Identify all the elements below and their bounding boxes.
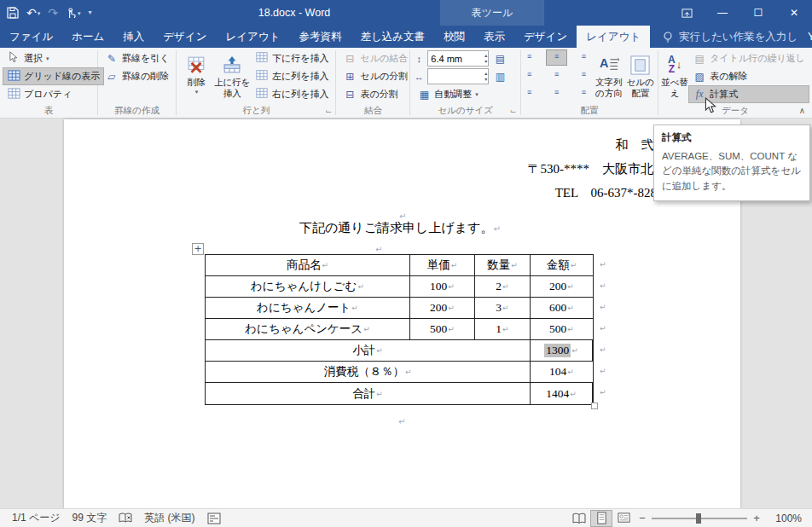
autofit-button[interactable]: ▦ 自動調整 ▾: [413, 85, 489, 103]
split-cells-button[interactable]: ⊞ セルの分割: [339, 67, 412, 85]
tab-tabletools-layout[interactable]: レイアウト: [577, 26, 650, 48]
zoom-level[interactable]: 100%: [764, 513, 802, 524]
empty-paragraph[interactable]: ↵: [398, 414, 405, 428]
distribute-rows-button[interactable]: ▤: [490, 49, 509, 67]
undo-button[interactable]: ↶▾: [26, 7, 40, 19]
align-bottom-left-button[interactable]: ≡: [524, 84, 545, 100]
split-table-button[interactable]: ⊟ 表の分割: [339, 85, 412, 103]
tab-insert[interactable]: 挿入: [113, 26, 154, 48]
user-account[interactable]: Yoshie Kohama: [798, 26, 812, 48]
dialog-launcher-icon[interactable]: ⌙: [508, 107, 518, 116]
distribute-columns-button[interactable]: ▥: [490, 67, 509, 85]
print-layout-button[interactable]: [590, 510, 612, 527]
insert-above-button[interactable]: 上に行を挿入: [213, 49, 251, 104]
zoom-out-button[interactable]: −: [635, 512, 650, 524]
text-direction-button[interactable]: 文字列の方向: [592, 49, 626, 104]
read-mode-button[interactable]: [568, 510, 590, 527]
tab-tabletools-design[interactable]: デザイン: [514, 26, 577, 48]
table-cell[interactable]: 500↵: [410, 319, 475, 340]
cell-margins-button[interactable]: セルの配置: [626, 49, 655, 104]
convert-to-text-button[interactable]: ▨ 表の解除: [688, 67, 809, 85]
table-header-cell[interactable]: 金額↵: [531, 255, 593, 276]
table-properties-button[interactable]: プロパティ: [3, 85, 104, 103]
tab-file[interactable]: ファイル: [0, 26, 62, 48]
tell-me-box[interactable]: 実行したい作業を入力し: [662, 26, 798, 48]
table-cell[interactable]: 200↵: [531, 276, 593, 298]
subtotal-label-cell[interactable]: 小計↵: [206, 340, 531, 362]
customize-qat-button[interactable]: ▾: [89, 9, 92, 16]
tax-value-cell[interactable]: 104↵: [531, 362, 593, 383]
tax-label-cell[interactable]: 消費税（８％）↵: [206, 362, 531, 383]
total-label-cell[interactable]: 合計↵: [206, 383, 531, 404]
tab-design[interactable]: デザイン: [154, 26, 216, 48]
view-gridlines-toggle[interactable]: グリッド線の表示: [3, 67, 104, 85]
table-cell[interactable]: 3↵: [475, 298, 531, 319]
align-center-left-button[interactable]: ≡: [524, 67, 545, 83]
table-cell[interactable]: わにちゃんペンケース↵: [206, 319, 410, 340]
invoice-table[interactable]: 商品名↵ 単価↵ 数量↵ 金額↵ わにちゃんけしごむ↵ 100↵ 2↵ 200↵…: [205, 254, 594, 405]
align-center-button[interactable]: ≡: [546, 67, 567, 83]
draw-table-button[interactable]: ✎ 罫線を引く: [101, 49, 174, 67]
web-layout-button[interactable]: [612, 510, 635, 527]
align-top-center-button[interactable]: ≡: [546, 49, 567, 66]
language-status[interactable]: 英語 (米国): [144, 511, 194, 525]
ime-status-icon[interactable]: [207, 513, 221, 524]
column-width-input[interactable]: ▴▾: [427, 68, 489, 84]
zoom-slider-handle[interactable]: [696, 513, 701, 524]
table-cell[interactable]: わにちゃんけしごむ↵: [206, 276, 410, 298]
proofing-status-icon[interactable]: [119, 513, 132, 524]
table-header-cell[interactable]: 数量↵: [475, 255, 531, 276]
subtotal-value-cell[interactable]: 1300↵: [531, 340, 593, 362]
touch-mode-button[interactable]: ▾: [66, 8, 81, 19]
tab-mailings[interactable]: 差し込み文書: [351, 26, 434, 48]
close-button[interactable]: ✕: [776, 0, 812, 26]
spinner-arrows[interactable]: ▴▾: [484, 69, 487, 84]
chevron-down-icon[interactable]: ▾: [78, 10, 81, 16]
insert-below-button[interactable]: 下に行を挿入: [251, 49, 334, 67]
save-button[interactable]: [7, 7, 19, 19]
delete-button[interactable]: 削除 ▾: [179, 49, 213, 104]
align-center-right-button[interactable]: ≡: [568, 67, 589, 83]
dialog-launcher-icon[interactable]: ⌙: [323, 107, 333, 116]
total-value-cell[interactable]: 1404↵: [531, 383, 593, 404]
table-cell[interactable]: わにちゃんノート↵: [206, 298, 410, 319]
insert-left-button[interactable]: 左に列を挿入: [251, 67, 334, 85]
page-number-status[interactable]: 1/1 ページ: [12, 511, 61, 525]
tab-home[interactable]: ホーム: [62, 26, 113, 48]
table-cell[interactable]: 600↵: [531, 298, 593, 319]
align-top-left-button[interactable]: ≡: [524, 49, 545, 66]
tab-layout[interactable]: レイアウト: [216, 26, 289, 48]
minimize-button[interactable]: —: [705, 0, 740, 26]
table-header-cell[interactable]: 単価↵: [410, 255, 475, 276]
tab-review[interactable]: 校閲: [434, 26, 474, 48]
table-cell[interactable]: 1↵: [475, 319, 531, 340]
align-top-right-button[interactable]: ≡: [568, 49, 589, 66]
table-header-cell[interactable]: 商品名↵: [206, 255, 410, 276]
tab-references[interactable]: 参考資料: [289, 26, 351, 48]
table-cell[interactable]: 2↵: [475, 276, 531, 298]
ribbon-display-options-button[interactable]: [669, 0, 705, 26]
spinner-arrows[interactable]: ▴▾: [484, 51, 487, 66]
maximize-button[interactable]: ☐: [740, 0, 776, 26]
zoom-slider[interactable]: [652, 518, 747, 519]
select-button[interactable]: 選択 ▾: [3, 49, 104, 67]
row-height-input[interactable]: 6.4 mm ▴▾: [427, 50, 489, 67]
word-count-status[interactable]: 99 文字: [72, 511, 107, 525]
greeting-line[interactable]: 下記の通りご請求申し上げます。↵: [299, 220, 501, 236]
chevron-down-icon[interactable]: ▾: [38, 10, 41, 16]
ribbon: 選択 ▾ グリッド線の表示 プロパティ 表 ✎ 罫線を引く: [0, 48, 812, 119]
sort-button[interactable]: AZ ↓ 並べ替え: [661, 49, 688, 104]
document-page[interactable]: 和 弐 株式会社↵ 〒530-**** 大阪市北区〇〇1-2-3↵ TEL 06…: [64, 119, 740, 508]
zoom-in-button[interactable]: +: [749, 512, 764, 524]
tab-view[interactable]: 表示: [474, 26, 514, 48]
align-bottom-right-button[interactable]: ≡: [568, 84, 589, 100]
insert-right-button[interactable]: 右に列を挿入: [251, 85, 334, 103]
eraser-button[interactable]: ▱ 罫線の削除: [101, 67, 174, 85]
table-move-handle[interactable]: +: [192, 243, 204, 255]
table-cell[interactable]: 100↵: [410, 276, 475, 298]
table-cell[interactable]: 500↵: [531, 319, 593, 340]
collapse-ribbon-button[interactable]: ∧: [799, 106, 805, 115]
table-resize-handle[interactable]: [591, 402, 598, 409]
table-cell[interactable]: 200↵: [410, 298, 475, 319]
align-bottom-center-button[interactable]: ≡: [546, 84, 567, 100]
